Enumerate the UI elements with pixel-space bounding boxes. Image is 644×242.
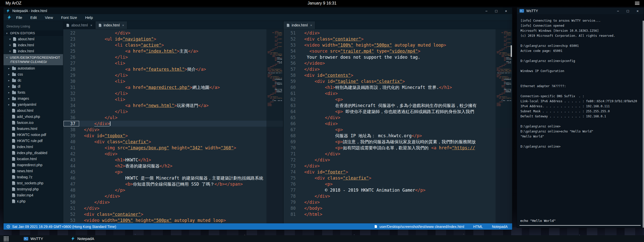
close-icon[interactable]: × bbox=[505, 9, 507, 13]
menu-file[interactable]: File bbox=[16, 15, 22, 20]
sidebar-file-mapredirect.php[interactable]: mapredirect.php bbox=[4, 162, 63, 168]
code-line-31[interactable]: 31 <a href="mapredirect.php">網上地圖</a> bbox=[63, 84, 283, 90]
code-editor-left[interactable]: 22 </div>23 <ul id="navigation">24 <li c… bbox=[63, 29, 283, 223]
sidebar-file-features.html[interactable]: features.html bbox=[4, 126, 63, 132]
sidebar-file-HKWTC_rule.pdf[interactable]: HKWTC rule.pdf bbox=[4, 138, 63, 144]
code-line-75[interactable]: 75 <div class="clearfix"> bbox=[284, 175, 512, 181]
wstty-titlebar[interactable]: >_ WsTTY − □ × bbox=[517, 8, 644, 14]
code-line-42[interactable]: 42 <div> bbox=[63, 151, 283, 157]
minimize-icon[interactable]: − bbox=[617, 9, 619, 13]
sidebar-folder-css[interactable]: ▸css bbox=[4, 71, 63, 77]
code-line-53[interactable]: 53<video width="100%" height="500px" aut… bbox=[284, 42, 512, 48]
code-line-64[interactable]: 64 <p> 即使你不是建築師，你也能透過紅石師或鐵路工程師的身份加入我們 bbox=[284, 109, 512, 115]
code-line-22[interactable]: 22 </div> bbox=[63, 30, 283, 36]
sidebar-file-index.php_disabled[interactable]: index.php_disabled bbox=[4, 150, 63, 156]
code-line-70[interactable]: 70 <p>如有問題或需要申請白名單，歡迎加入我們的 <a href="http… bbox=[284, 145, 512, 151]
code-line-38[interactable]: 38</div> bbox=[63, 127, 283, 133]
taskbar-item-wstty[interactable]: >_ WsTTY bbox=[20, 235, 47, 242]
code-line-46[interactable]: 46 HKWTC 是一個 Minecraft 的建築伺服器，主要建築計劃包括鐵路… bbox=[63, 175, 283, 181]
code-line-59[interactable]: 59 <div id="tagline" class="clearfix"> bbox=[284, 78, 512, 84]
code-line-32[interactable]: 32 </li> bbox=[63, 90, 283, 96]
code-line-73[interactable]: 73</div> bbox=[284, 163, 512, 169]
minimap-right[interactable]: </div> <ul id="navigation"> <li class="a… bbox=[496, 29, 512, 223]
terminal-scrollbar[interactable] bbox=[643, 21, 644, 228]
sidebar-file-location.html[interactable]: location.html bbox=[4, 156, 63, 162]
code-line-61[interactable]: 61 <div> bbox=[284, 90, 512, 96]
code-line-41[interactable]: 41 <img src="images/box.png" height="342… bbox=[63, 145, 283, 151]
sidebar-folder-dl[interactable]: ▸dl bbox=[4, 83, 63, 89]
tab-close-icon[interactable]: × bbox=[310, 23, 312, 27]
code-line-69[interactable]: 69 <p>請注意，我們的伺服器為確保玩家及遊玩時的質素，我們對的服務開放 bbox=[284, 139, 512, 145]
code-editor-right[interactable]: 51</div>52<div class="container">53<vide… bbox=[284, 29, 512, 223]
open-editor-item[interactable]: ×index.html bbox=[4, 48, 63, 54]
terminal-input[interactable]: echo "Hello World" bbox=[519, 218, 641, 226]
close-icon[interactable]: × bbox=[636, 9, 639, 13]
code-line-67[interactable]: 67 <p> bbox=[284, 127, 512, 133]
notepada-titlebar[interactable]: NotepadA - index.html − □ × bbox=[4, 8, 512, 14]
code-line-56[interactable]: 56</video> bbox=[284, 60, 512, 66]
code-line-55[interactable]: 55 Your browser does not support the vid… bbox=[284, 54, 512, 60]
sidebar-file-teabag.7z[interactable]: teabag.7z bbox=[4, 174, 63, 180]
maximize-icon[interactable]: □ bbox=[627, 9, 629, 13]
code-line-35[interactable]: 35 </li> bbox=[63, 109, 283, 115]
tab-about.html[interactable]: about.html× bbox=[63, 21, 96, 29]
code-line-34[interactable]: 34 <a href="news.html">玩家傳送門</a> bbox=[63, 102, 283, 109]
menu-edit[interactable]: Edit bbox=[30, 15, 37, 20]
code-line-76[interactable]: 76 <p> bbox=[284, 181, 512, 187]
code-line-72[interactable]: 72 </div> bbox=[284, 157, 512, 163]
minimap-left[interactable]: </div> <ul id="navigation"> <li class="a… bbox=[266, 29, 283, 223]
code-line-65[interactable]: 65 </div> bbox=[284, 115, 512, 121]
sidebar-folder-fonts[interactable]: ▸fonts bbox=[4, 89, 63, 95]
code-line-29[interactable]: 29 </li> bbox=[63, 72, 283, 78]
sidebar-file-about.html[interactable]: about.html bbox=[4, 108, 63, 114]
open-editor-item[interactable]: ×index.html bbox=[4, 42, 63, 48]
minimize-icon[interactable]: − bbox=[485, 9, 487, 13]
code-line-50[interactable]: 50 </div> bbox=[63, 199, 283, 205]
code-line-51[interactable]: 51</div> bbox=[63, 205, 283, 211]
start-menu-button[interactable] bbox=[0, 235, 12, 242]
sidebar-folder-yamlyamlml[interactable]: ▸yamlyamlml bbox=[4, 101, 63, 108]
tab-close-icon[interactable]: × bbox=[90, 23, 92, 27]
root-folder-header[interactable]: ▾ USER:/DESKTOP/SCREENSHOT /TEST/WWW CLE… bbox=[4, 54, 63, 65]
sidebar-folder-dc[interactable]: ▸dc bbox=[4, 77, 63, 83]
sidebar-file-add_vhost.php[interactable]: add_vhost.php bbox=[4, 114, 63, 120]
code-line-81[interactable]: 81</html> bbox=[284, 211, 512, 217]
code-line-57[interactable]: 57</div> bbox=[284, 66, 512, 72]
maximize-icon[interactable]: □ bbox=[495, 9, 497, 13]
sidebar-file-trailer.mp4[interactable]: trailer.mp4 bbox=[4, 192, 63, 198]
code-line-53[interactable]: 53<video width="100%" height="500px" aut… bbox=[63, 217, 283, 223]
code-line-52[interactable]: 52<div class="container"> bbox=[63, 211, 283, 217]
code-line-25[interactable]: 25 <a href="index.html">主頁</a> bbox=[63, 48, 283, 54]
code-line-23[interactable]: 23 <ul id="navigation"> bbox=[63, 36, 283, 42]
code-line-47[interactable]: 47 <b>你知道我們全線伺服器已轉用 SSD 了嗎？</b></span> bbox=[63, 181, 283, 187]
code-line-60[interactable]: 60 <h1>特別為建築及鐵路而設，現代化的 Minecraft 世界.</h1… bbox=[284, 84, 512, 90]
system-menu-icon[interactable] bbox=[635, 2, 639, 5]
menu-help[interactable]: Help bbox=[85, 15, 93, 20]
code-line-39[interactable]: 39<div id="topbox"> bbox=[63, 133, 283, 139]
sidebar-file-news.html[interactable]: news.html bbox=[4, 168, 63, 174]
tab-index.html[interactable]: index.html× bbox=[284, 21, 315, 29]
taskbar-item-notepada[interactable]: NotepadA bbox=[67, 235, 98, 242]
code-line-68[interactable]: 68 伺服器 IP 地址為： mcs.hkwtc.org</p> bbox=[284, 133, 512, 139]
code-line-66[interactable]: 66 <div> bbox=[284, 121, 512, 127]
close-icon[interactable]: × bbox=[9, 37, 11, 41]
code-line-44[interactable]: 44 <h2>香港的建築伺服器</h2> bbox=[63, 163, 283, 169]
sidebar-folder-autostation[interactable]: ▸autostation bbox=[4, 65, 63, 71]
open-editors-header[interactable]: ▾ OPEN EDITORS bbox=[4, 30, 63, 36]
code-line-43[interactable]: 43 <h1>HKWTC</h1> bbox=[63, 157, 283, 163]
code-line-62[interactable]: 62 <p> bbox=[284, 96, 512, 102]
code-line-36[interactable]: 36 </ul> bbox=[63, 115, 283, 121]
code-line-79[interactable]: 79</div> bbox=[284, 199, 512, 205]
code-line-78[interactable]: 78 </div> bbox=[284, 193, 512, 199]
code-line-45[interactable]: 45 <p> bbox=[63, 169, 283, 175]
code-line-80[interactable]: 80</body> bbox=[284, 205, 512, 211]
code-line-48[interactable]: 48 </p> bbox=[63, 187, 283, 193]
open-editor-item[interactable]: ×about.html bbox=[4, 36, 63, 42]
scrollbar-thumb[interactable] bbox=[511, 45, 512, 57]
close-icon[interactable]: × bbox=[9, 43, 11, 47]
code-line-71[interactable]: 71 </div> bbox=[284, 151, 512, 157]
code-line-52[interactable]: 52<div class="container"> bbox=[284, 36, 512, 42]
sidebar-file-index.html[interactable]: index.html bbox=[4, 144, 63, 150]
sidebar-folder-images[interactable]: ▸images bbox=[4, 95, 63, 101]
sidebar-file-test_sockets.php[interactable]: test_sockets.php bbox=[4, 180, 63, 186]
